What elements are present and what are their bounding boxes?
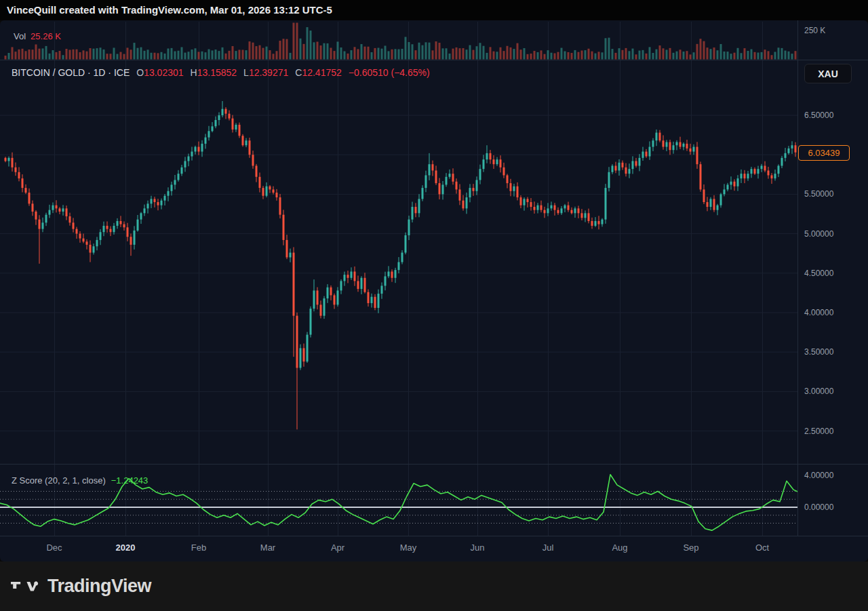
volume-bar: [581, 50, 583, 59]
candle-body: [35, 212, 37, 220]
candle-body: [174, 180, 176, 184]
candle-body: [452, 174, 454, 182]
volume-bar: [496, 52, 498, 59]
volume-bar: [534, 51, 536, 59]
volume-bar: [520, 50, 522, 59]
candle-body: [62, 208, 64, 212]
candle-body: [429, 164, 431, 175]
volume-bar: [259, 45, 261, 60]
candle-body: [32, 203, 34, 212]
volume-bar: [429, 43, 431, 60]
candle-body: [242, 136, 244, 145]
volume-bar: [15, 52, 17, 59]
volume-bar: [357, 49, 359, 59]
volume-bar: [757, 53, 760, 60]
volume-bar: [225, 54, 227, 60]
volume-bar: [669, 48, 671, 60]
candle-body: [56, 205, 58, 209]
volume-bar: [222, 47, 224, 60]
volume-bar: [245, 50, 248, 59]
volume-bar: [347, 54, 349, 60]
volume-bar: [171, 48, 173, 60]
candle-body: [632, 161, 634, 170]
currency-scale-toggle[interactable]: XAU: [804, 64, 852, 83]
volume-bar: [361, 44, 363, 59]
volume-bar: [527, 54, 529, 60]
volume-bar: [408, 42, 410, 59]
candle-body: [344, 275, 346, 281]
candle-body: [364, 278, 366, 292]
time-axis[interactable]: Dec2020FebMarAprMayJunJulAugSepOct: [0, 536, 797, 561]
volume-bar: [751, 50, 753, 60]
candle-body: [157, 202, 159, 205]
candle-body: [320, 304, 322, 315]
candle-body: [340, 281, 342, 290]
candle-body: [293, 253, 295, 316]
volume-bar: [741, 53, 743, 59]
candle-body: [615, 165, 617, 170]
volume-bar: [66, 49, 68, 59]
candle-body: [22, 178, 24, 188]
volume-bar: [154, 53, 156, 60]
volume-bar: [649, 47, 651, 59]
zscore-legend[interactable]: Z Score (20, 2, 1, close) −1.24243: [12, 475, 148, 486]
candle-body: [140, 213, 142, 219]
candle-body: [659, 133, 661, 141]
volume-bar: [483, 46, 485, 60]
candle-body: [215, 120, 217, 126]
candle-body: [462, 201, 465, 209]
volume-bar: [188, 52, 190, 59]
volume-bar: [435, 41, 437, 59]
volume-bar: [754, 52, 756, 60]
grid: [0, 22, 797, 536]
volume-bar: [300, 39, 302, 60]
candle-body: [120, 221, 122, 224]
candle-body: [137, 220, 139, 231]
candle-body: [629, 169, 631, 174]
volume-bar: [693, 52, 695, 59]
volume-bar: [761, 52, 763, 60]
volume-bar: [605, 38, 607, 59]
candle-body: [184, 161, 186, 167]
volume-bar: [381, 49, 383, 60]
candle-body: [768, 170, 770, 175]
volume-bar: [768, 51, 770, 59]
candle-body: [571, 210, 573, 214]
volume-bar: [5, 56, 7, 59]
volume-bar: [18, 50, 20, 60]
candle-body: [690, 149, 692, 152]
volume-bar: [618, 48, 620, 59]
volume-bar: [73, 50, 75, 60]
candle-body: [130, 237, 132, 245]
candle-body: [313, 290, 315, 309]
candle-body: [395, 270, 397, 278]
candle-body: [490, 153, 492, 159]
volume-bar: [110, 54, 112, 59]
candle-body: [154, 199, 156, 202]
candle-body: [547, 208, 549, 213]
candle-body: [639, 158, 641, 166]
volume-bar: [537, 52, 539, 60]
footer-brand[interactable]: TradingView: [0, 561, 868, 611]
volume-legend-label: Vol: [14, 31, 26, 41]
symbol-legend[interactable]: BITCOIN / GOLD · 1D · ICE O13.02301 H13.…: [12, 67, 430, 78]
volume-bar: [93, 49, 95, 60]
ohlc-close: C12.41752: [295, 67, 342, 78]
candle-body: [303, 348, 305, 361]
volume-bar: [256, 46, 258, 59]
volume-bar: [476, 46, 478, 59]
candle-body: [751, 169, 753, 174]
candle-body: [381, 285, 383, 294]
volume-bar: [323, 43, 326, 60]
volume-bar: [354, 47, 356, 59]
volume-bar: [561, 48, 563, 60]
price-axis[interactable]: 250 K6.500005.500005.000004.500004.00000…: [797, 20, 868, 536]
volume-bar: [744, 48, 746, 59]
volume-bar: [517, 43, 519, 60]
volume-legend[interactable]: Vol 25.26 K: [14, 31, 61, 41]
candle-body: [171, 184, 173, 191]
volume-bar: [625, 48, 627, 60]
chart-widget[interactable]: Vol 25.26 K BITCOIN / GOLD · 1D · ICE O1…: [0, 20, 868, 561]
volume-bar: [639, 51, 641, 60]
volume-bar: [290, 53, 292, 60]
